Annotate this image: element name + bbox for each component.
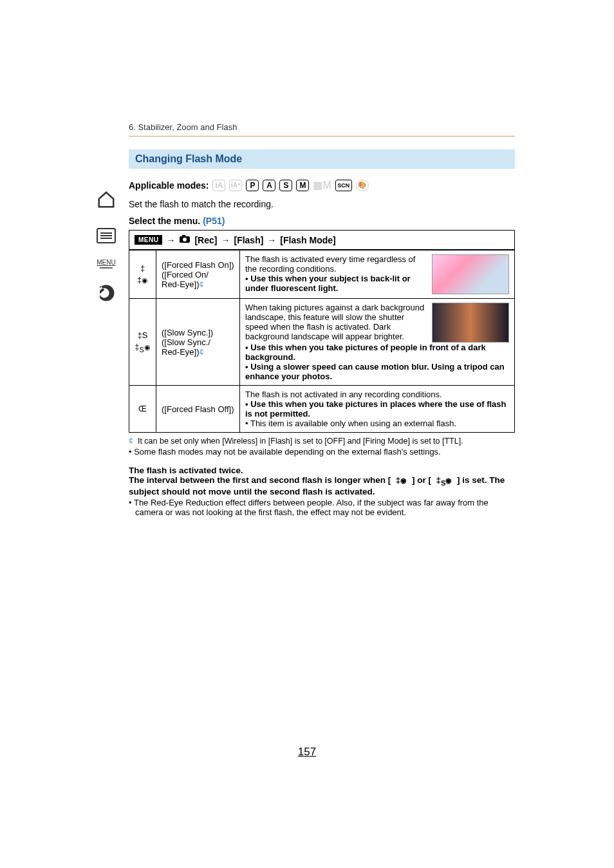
section-title: Changing Flash Mode [129,149,515,169]
note-text: Some flash modes may not be available de… [134,447,441,457]
mode-p-icon: P [246,180,259,191]
menu-path: MENU → [Rec] → [Flash] → [Flash Mode] [129,230,515,250]
para-l2a: The interval between the first and secon… [129,475,391,485]
intro-text: Set the flash to match the recording. [129,199,515,209]
row1-icons: ‡‡◉ [129,250,156,299]
inline-flash-redeye-icon: ‡◉ [393,475,409,485]
row2-labels: ([Slow Sync.]) ([Slow Sync./ Red-Eye])¢ [156,299,240,386]
table-row: Œ ([Forced Flash Off]) The flash is not … [129,386,515,433]
arrow-icon-3: → [267,235,276,245]
row3-plain: The flash is not activated in any record… [245,390,509,399]
mode-a-icon: A [263,180,275,191]
para-l1: The flash is activated twice. [129,466,515,475]
mode-creative-icon: 🎨 [356,180,369,191]
back-icon[interactable] [93,280,119,306]
menu-badge: MENU [135,235,162,245]
para-bullet: • The Red-Eye Reduction effect differs b… [129,498,515,517]
footnote-star: ¢ [129,437,133,446]
mode-movie-icon: ▦M [313,179,331,191]
select-menu: Select the menu. (P51) [129,216,515,226]
page-number: 157 [0,746,614,759]
row2-bold1: Use this when you take pictures of peopl… [245,343,486,362]
para-l2: The interval between the first and secon… [129,475,515,496]
arrow-icon-2: → [221,235,230,245]
divider [129,136,515,137]
row2-thumb-icon [432,303,509,343]
select-menu-label: Select the menu. [129,216,200,226]
camera-icon [179,234,191,245]
row3-icons: Œ [129,386,156,433]
row1-desc: The flash is activated every time regard… [240,250,515,299]
inline-slow-redeye-icon: ‡S◉ [434,475,455,485]
row1-bold: Use this when your subject is back-lit o… [245,274,411,293]
menu-icon[interactable]: MENU [93,259,119,270]
footnote-text: It can be set only when [Wireless] in [F… [138,437,463,446]
para-l2b: ] or [ [412,475,431,485]
arrow-icon-1: → [166,235,175,245]
row2-bold2: Using a slower speed can cause motion bl… [245,362,505,381]
menu-label: MENU [97,259,115,266]
para-bullet-text: The Red-Eye Reduction effect differs bet… [134,498,488,517]
select-menu-link[interactable]: (P51) [203,216,225,226]
row2-plain: When taking pictures against a dark back… [245,303,427,341]
menu-flashmode: [Flash Mode] [280,235,335,245]
mode-ia-plus-icon: iA⁺ [229,180,242,191]
note: • Some flash modes may not be available … [129,447,515,457]
menu-rec: [Rec] [194,235,217,245]
row1-labels: ([Forced Flash On]) ([Forced On/ Red-Eye… [156,250,240,299]
applicable-label: Applicable modes: [129,180,209,191]
menu-flash: [Flash] [234,235,263,245]
footnote: ¢ It can be set only when [Wireless] in … [129,437,515,446]
flash-twice-para: The flash is activated twice. The interv… [129,466,515,517]
table-row: ‡‡◉ ([Forced Flash On]) ([Forced On/ Red… [129,250,515,299]
mode-s-icon: S [279,180,292,191]
svg-rect-6 [182,235,185,237]
home-icon[interactable] [93,187,119,212]
row1-thumb-icon [432,254,509,294]
toc-icon[interactable] [93,223,119,249]
row3-desc: The flash is not activated in any record… [240,386,515,433]
row1-plain: The flash is activated every time regard… [245,254,427,274]
svg-point-7 [183,238,187,241]
row3-labels: ([Forced Flash Off]) [156,386,240,433]
applicable-modes: Applicable modes: iA iA⁺ P A S M ▦M SCN … [129,179,515,191]
mode-scn-icon: SCN [335,180,352,191]
mode-ia-icon: iA [212,180,225,191]
row3-note: This item is available only when using a… [250,419,456,428]
row2-icons: ‡S‡S◉ [129,299,156,386]
table-row: ‡S‡S◉ ([Slow Sync.]) ([Slow Sync./ Red-E… [129,299,515,386]
flash-table: ‡‡◉ ([Forced Flash On]) ([Forced On/ Red… [129,250,515,433]
row2-desc: When taking pictures against a dark back… [240,299,515,386]
row3-bold: Use this when you take pictures in place… [245,399,507,419]
mode-m-icon: M [296,180,309,191]
breadcrumb: 6. Stabilizer, Zoom and Flash [129,122,515,132]
